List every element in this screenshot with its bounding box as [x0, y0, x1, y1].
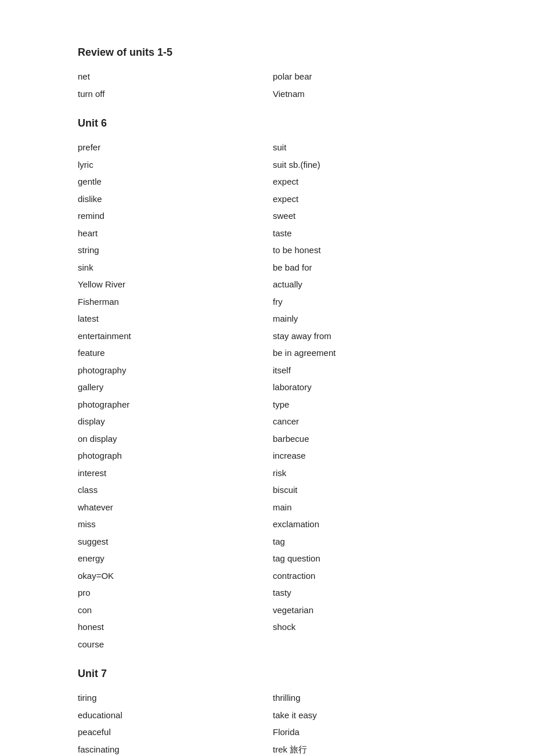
- word-left: miss: [78, 517, 261, 532]
- unit7-block: Unit 7 tiringthrillingeducationaltake it…: [78, 668, 456, 756]
- word-right: itself: [273, 363, 456, 378]
- word-left: heart: [78, 226, 261, 241]
- word-left: turn off: [78, 87, 261, 102]
- word-right: fry: [273, 294, 456, 309]
- word-left: Fisherman: [78, 294, 261, 309]
- word-right: suit: [273, 140, 456, 155]
- word-left: display: [78, 414, 261, 429]
- word-left: gallery: [78, 380, 261, 395]
- word-left: course: [78, 637, 261, 652]
- word-right: laboratory: [273, 380, 456, 395]
- word-right: exclamation: [273, 517, 456, 532]
- word-right: increase: [273, 448, 456, 463]
- word-right: [273, 637, 456, 652]
- word-left: suggest: [78, 534, 261, 549]
- word-left: interest: [78, 466, 261, 481]
- word-right: vegetarian: [273, 603, 456, 618]
- word-right: type: [273, 397, 456, 412]
- word-left: sink: [78, 260, 261, 275]
- word-right: actually: [273, 277, 456, 292]
- word-right: mainly: [273, 311, 456, 326]
- word-right: expect: [273, 174, 456, 189]
- review-block: Review of units 1-5 netpolar bearturn of…: [78, 46, 456, 101]
- word-left: entertainment: [78, 329, 261, 344]
- word-left: energy: [78, 551, 261, 566]
- word-left: latest: [78, 311, 261, 326]
- word-right: biscuit: [273, 483, 456, 498]
- word-right: tag: [273, 534, 456, 549]
- word-left: photographer: [78, 397, 261, 412]
- word-right: sweet: [273, 208, 456, 224]
- word-right: main: [273, 500, 456, 515]
- review-words: netpolar bearturn offVietnam: [78, 69, 456, 101]
- word-right: taste: [273, 226, 456, 241]
- word-right: take it easy: [273, 708, 456, 723]
- unit6-block: Unit 6 prefersuitlyricsuit sb.(fine)gent…: [78, 117, 456, 651]
- unit7-title: Unit 7: [78, 668, 456, 680]
- word-left: on display: [78, 431, 261, 447]
- word-left: feature: [78, 345, 261, 361]
- word-left: peaceful: [78, 725, 261, 740]
- word-right: Vietnam: [273, 87, 456, 102]
- word-right: contraction: [273, 568, 456, 584]
- word-right: stay away from: [273, 329, 456, 344]
- word-right: tasty: [273, 585, 456, 600]
- unit6-words: prefersuitlyricsuit sb.(fine)gentleexpec…: [78, 140, 456, 651]
- word-left: gentle: [78, 174, 261, 189]
- word-right: risk: [273, 466, 456, 481]
- review-title: Review of units 1-5: [78, 46, 456, 59]
- word-right: Florida: [273, 725, 456, 740]
- word-right: barbecue: [273, 431, 456, 447]
- word-left: whatever: [78, 500, 261, 515]
- word-left: photography: [78, 363, 261, 378]
- word-left: lyric: [78, 157, 261, 172]
- word-left: remind: [78, 208, 261, 224]
- word-right: be bad for: [273, 260, 456, 275]
- word-right: cancer: [273, 414, 456, 429]
- word-left: Yellow River: [78, 277, 261, 292]
- word-right: shock: [273, 620, 456, 635]
- word-left: fascinating: [78, 742, 261, 757]
- word-left: dislike: [78, 192, 261, 207]
- word-right: suit sb.(fine): [273, 157, 456, 172]
- word-right: expect: [273, 192, 456, 207]
- word-right: polar bear: [273, 69, 456, 84]
- word-left: photograph: [78, 448, 261, 463]
- word-left: net: [78, 69, 261, 84]
- word-left: educational: [78, 708, 261, 723]
- word-left: pro: [78, 585, 261, 600]
- word-left: tiring: [78, 690, 261, 705]
- unit6-title: Unit 6: [78, 117, 456, 129]
- word-left: class: [78, 483, 261, 498]
- word-left: honest: [78, 620, 261, 635]
- word-left: okay=OK: [78, 568, 261, 584]
- word-right: tag question: [273, 551, 456, 566]
- word-right: trek 旅行: [273, 742, 456, 757]
- word-right: be in agreement: [273, 345, 456, 361]
- word-right: thrilling: [273, 690, 456, 705]
- word-left: con: [78, 603, 261, 618]
- unit7-words: tiringthrillingeducationaltake it easype…: [78, 690, 456, 756]
- word-left: prefer: [78, 140, 261, 155]
- word-left: string: [78, 243, 261, 258]
- word-right: to be honest: [273, 243, 456, 258]
